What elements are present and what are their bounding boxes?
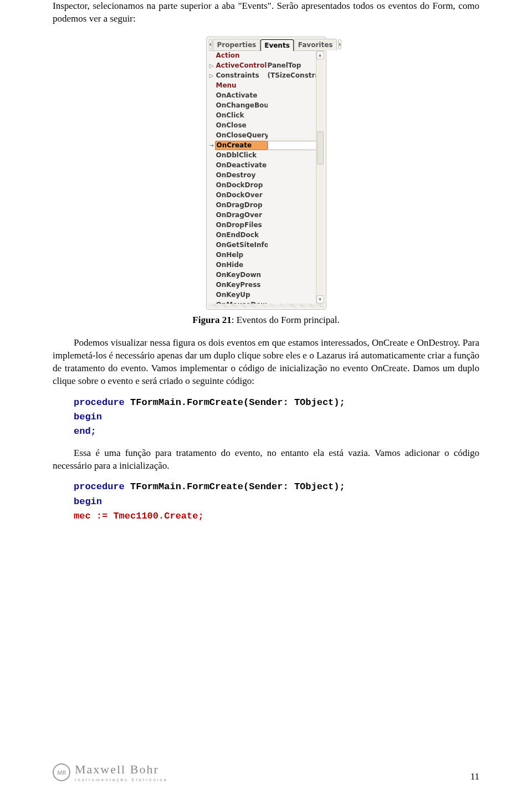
tab-bar: ‹ Properties Events Favorites › xyxy=(208,39,324,51)
property-name[interactable]: OnDropFiles xyxy=(215,220,268,229)
code-block-1: procedure TFormMain.FormCreate(Sender: T… xyxy=(74,396,479,439)
code-line: end; xyxy=(74,424,479,439)
object-inspector-window: ‹ Properties Events Favorites › Action▷A… xyxy=(206,37,326,310)
scroll-track[interactable] xyxy=(316,59,324,295)
intro-paragraph: Inspector, selecionamos na parte superio… xyxy=(53,0,479,25)
row-expand-icon[interactable]: ▷ xyxy=(208,72,215,80)
property-name[interactable]: OnEndDock xyxy=(215,230,268,239)
property-name[interactable]: OnChangeBou xyxy=(215,101,268,110)
row-expand-icon[interactable]: ▷ xyxy=(208,62,215,70)
scroll-thumb[interactable] xyxy=(317,131,324,165)
property-name[interactable]: Menu xyxy=(215,81,268,90)
event-row[interactable]: →OnCreate⌄… xyxy=(208,141,316,151)
property-name[interactable]: OnHide xyxy=(215,260,268,269)
code-text: TFormMain.FormCreate(Sender: TObject); xyxy=(125,397,345,408)
logo-mark-icon: MB xyxy=(49,760,74,784)
event-row[interactable]: OnChangeBou xyxy=(208,101,316,111)
code-text: TFormMain.FormCreate(Sender: TObject); xyxy=(125,481,345,492)
event-row[interactable]: Menu xyxy=(208,81,316,91)
scroll-down-button[interactable]: ▾ xyxy=(316,295,324,304)
event-row[interactable]: OnActivate xyxy=(208,91,316,101)
event-row[interactable]: OnMouseDow xyxy=(208,300,316,304)
code-block-2: procedure TFormMain.FormCreate(Sender: T… xyxy=(74,480,479,524)
event-row[interactable]: OnHide xyxy=(208,260,316,270)
event-row[interactable]: OnHelp xyxy=(208,250,316,260)
company-tagline: Instrumentação Eletrônica xyxy=(75,777,168,783)
event-row[interactable]: OnClose xyxy=(208,121,316,131)
property-name[interactable]: OnDockDrop xyxy=(215,181,268,189)
event-row[interactable]: OnKeyDown xyxy=(208,270,316,280)
page-footer: MB Maxwell Bohr Instrumentação Eletrônic… xyxy=(53,761,479,783)
event-handler-input[interactable] xyxy=(268,141,316,150)
figure-caption: Figura 21: Eventos do Form principal. xyxy=(53,314,479,327)
row-expand-icon[interactable]: → xyxy=(208,142,215,150)
value-editor: ⌄… xyxy=(268,140,316,150)
tab-scroll-left[interactable]: ‹ xyxy=(209,39,213,49)
property-name[interactable]: ActiveControl xyxy=(215,61,268,70)
event-row[interactable]: OnClick xyxy=(208,111,316,121)
keyword: procedure xyxy=(74,397,125,408)
property-name[interactable]: OnDragDrop xyxy=(215,201,268,209)
code-line: begin xyxy=(74,410,479,424)
property-name[interactable]: OnDockOver xyxy=(215,191,268,199)
property-name[interactable]: Action xyxy=(215,51,268,60)
caption-text: : Eventos do Form principal. xyxy=(232,315,340,325)
event-row[interactable]: OnEndDock xyxy=(208,230,316,240)
property-name[interactable]: OnMouseDow xyxy=(215,300,268,304)
event-row[interactable]: OnKeyPress xyxy=(208,280,316,290)
property-name[interactable]: OnClose xyxy=(215,121,268,130)
event-row[interactable]: OnCloseQuery xyxy=(208,131,316,141)
event-row[interactable]: OnDestroy xyxy=(208,171,316,181)
property-name[interactable]: OnKeyDown xyxy=(215,270,268,279)
event-row[interactable]: OnDeactivate xyxy=(208,161,316,171)
tab-favorites[interactable]: Favorites xyxy=(294,39,337,50)
page-number: 11 xyxy=(470,771,479,783)
property-name[interactable]: OnHelp xyxy=(215,250,268,259)
property-name[interactable]: Constraints xyxy=(215,71,268,80)
event-row[interactable]: Action xyxy=(208,51,316,61)
property-name[interactable]: OnCloseQuery xyxy=(215,131,268,140)
keyword: procedure xyxy=(74,481,125,492)
company-name: Maxwell Bohr xyxy=(75,761,168,778)
code-line: procedure TFormMain.FormCreate(Sender: T… xyxy=(74,396,479,410)
resize-grip[interactable] xyxy=(208,304,324,307)
event-row[interactable]: OnDropFiles xyxy=(208,220,316,230)
event-row[interactable]: ▷Constraints(TSizeConstrai xyxy=(208,71,316,81)
caption-label: Figura 21 xyxy=(192,315,231,325)
property-name[interactable]: OnDragOver xyxy=(215,211,268,219)
tab-events[interactable]: Events xyxy=(260,39,294,51)
property-value[interactable]: (TSizeConstrai xyxy=(268,71,316,80)
company-logo: MB Maxwell Bohr Instrumentação Eletrônic… xyxy=(53,761,168,783)
event-row[interactable]: OnDockOver xyxy=(208,191,316,201)
property-name[interactable]: OnCreate xyxy=(215,141,268,150)
property-name[interactable]: OnKeyUp xyxy=(215,290,268,299)
property-name[interactable]: OnKeyPress xyxy=(215,280,268,289)
property-name[interactable]: OnDblClick xyxy=(215,151,268,160)
code-line: begin xyxy=(74,495,479,509)
event-row[interactable]: OnKeyUp xyxy=(208,290,316,300)
paragraph-3: Essa é uma função para tratamento do eve… xyxy=(53,447,479,473)
scroll-up-button[interactable]: ▴ xyxy=(316,51,324,59)
event-row[interactable]: OnDragOver xyxy=(208,211,316,220)
events-grid[interactable]: Action▷ActiveControlPanelTop▷Constraints… xyxy=(208,51,316,304)
event-row[interactable]: OnDockDrop xyxy=(208,181,316,191)
property-value[interactable]: PanelTop xyxy=(268,61,316,70)
event-row[interactable]: OnDblClick xyxy=(208,151,316,161)
event-row[interactable]: ▷ActiveControlPanelTop xyxy=(208,61,316,71)
code-line: mec := Tmec1100.Create; xyxy=(74,509,479,524)
property-name[interactable]: OnGetSiteInfo xyxy=(215,240,268,249)
code-line: procedure TFormMain.FormCreate(Sender: T… xyxy=(74,480,479,494)
tab-properties[interactable]: Properties xyxy=(213,39,260,50)
property-name[interactable]: OnDeactivate xyxy=(215,161,268,170)
event-row[interactable]: OnDragDrop xyxy=(208,201,316,211)
vertical-scrollbar[interactable]: ▴ ▾ xyxy=(316,51,324,304)
event-row[interactable]: OnGetSiteInfo xyxy=(208,240,316,250)
property-name[interactable]: OnActivate xyxy=(215,91,268,100)
property-name[interactable]: OnDestroy xyxy=(215,171,268,180)
property-name[interactable]: OnClick xyxy=(215,111,268,120)
tab-scroll-right[interactable]: › xyxy=(338,39,342,49)
paragraph-2: Podemos visualizar nessa figura os dois … xyxy=(53,337,479,388)
